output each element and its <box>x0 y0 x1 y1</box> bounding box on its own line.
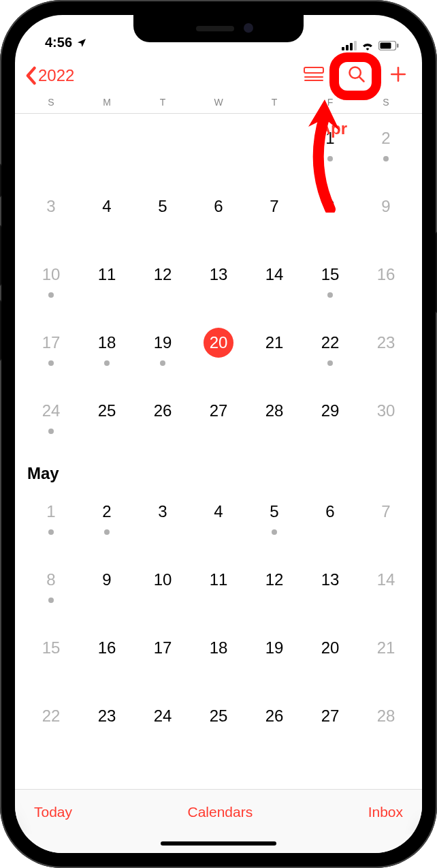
day-cell[interactable]: 24 <box>135 692 191 731</box>
event-dot-icon <box>383 156 389 161</box>
day-number: 15 <box>36 633 66 663</box>
day-cell[interactable]: 19 <box>135 318 191 366</box>
day-number: 8 <box>36 565 66 595</box>
day-cell[interactable]: 20 <box>191 318 246 358</box>
day-number: 10 <box>148 565 178 595</box>
back-button[interactable]: 2022 <box>25 66 74 85</box>
day-cell[interactable]: 26 <box>135 386 191 426</box>
day-cell[interactable]: 29 <box>302 386 358 426</box>
day-cell[interactable]: 15 <box>302 250 358 298</box>
day-number: 18 <box>92 328 122 358</box>
weekday-label: F <box>302 97 358 108</box>
svg-rect-3 <box>354 41 357 50</box>
calendars-button[interactable]: Calendars <box>187 804 253 820</box>
day-cell[interactable]: 18 <box>79 318 135 366</box>
day-cell[interactable]: 25 <box>191 692 246 731</box>
day-cell[interactable]: 26 <box>246 692 302 731</box>
day-cell[interactable]: 24 <box>23 386 79 434</box>
day-cell[interactable]: 22 <box>302 318 358 366</box>
day-cell[interactable]: 23 <box>358 318 414 358</box>
battery-icon <box>378 41 399 50</box>
day-cell[interactable]: 7 <box>246 182 302 221</box>
event-dot-icon <box>104 529 110 535</box>
day-cell[interactable]: 1 <box>23 487 79 535</box>
day-number: 21 <box>371 633 401 663</box>
calendar-body[interactable]: Apr1234567891011121314151617181920212223… <box>15 114 422 789</box>
add-event-button[interactable] <box>389 65 407 86</box>
day-cell[interactable]: 22 <box>23 692 79 731</box>
home-indicator[interactable] <box>15 834 422 853</box>
day-number: 14 <box>371 565 401 595</box>
list-view-button[interactable] <box>304 67 324 84</box>
day-cell[interactable]: 3 <box>135 487 191 527</box>
day-number: 4 <box>204 497 233 527</box>
day-cell[interactable]: 28 <box>358 692 414 731</box>
day-number: 18 <box>204 633 233 663</box>
search-button[interactable] <box>347 65 366 87</box>
inbox-button[interactable]: Inbox <box>368 804 403 820</box>
day-cell[interactable]: 5 <box>135 182 191 221</box>
day-cell[interactable]: 30 <box>358 386 414 426</box>
day-cell[interactable]: 19 <box>246 623 302 663</box>
day-cell[interactable]: 7 <box>358 487 414 527</box>
day-cell[interactable]: 11 <box>191 555 246 595</box>
day-cell[interactable]: 28 <box>246 386 302 426</box>
day-cell[interactable]: 17 <box>135 623 191 663</box>
day-cell[interactable]: 2 <box>358 114 414 161</box>
day-cell[interactable]: 6 <box>191 182 246 221</box>
day-cell[interactable]: 11 <box>79 250 135 290</box>
day-number: 28 <box>371 701 401 731</box>
day-cell[interactable]: 15 <box>23 623 79 663</box>
day-number: 17 <box>148 633 178 663</box>
day-cell[interactable]: 16 <box>79 623 135 663</box>
day-cell[interactable]: 27 <box>302 692 358 731</box>
day-cell <box>246 114 302 123</box>
day-cell[interactable]: 2 <box>79 487 135 535</box>
day-cell[interactable]: 14 <box>246 250 302 290</box>
search-icon <box>347 65 366 87</box>
weekday-label: M <box>79 97 135 108</box>
today-button[interactable]: Today <box>34 804 72 820</box>
day-cell[interactable]: 17 <box>23 318 79 366</box>
day-number: 16 <box>92 633 122 663</box>
day-cell[interactable]: 10 <box>23 250 79 298</box>
day-number: 30 <box>371 396 401 426</box>
day-number: 4 <box>92 191 122 221</box>
day-cell <box>135 114 191 123</box>
event-dot-icon <box>48 598 54 603</box>
day-cell[interactable]: 23 <box>79 692 135 731</box>
day-cell[interactable]: 4 <box>79 182 135 221</box>
day-cell[interactable]: 27 <box>191 386 246 426</box>
day-cell[interactable]: 6 <box>302 487 358 527</box>
day-cell[interactable]: 16 <box>358 250 414 290</box>
day-cell[interactable]: 21 <box>358 623 414 663</box>
day-cell[interactable]: 8 <box>302 182 358 221</box>
week-row: 1234567 <box>23 487 414 555</box>
day-cell[interactable]: 25 <box>79 386 135 426</box>
day-cell[interactable]: 12 <box>246 555 302 595</box>
cellular-signal-icon <box>342 41 357 50</box>
weekday-header: SMTWTFS <box>15 97 422 114</box>
day-cell[interactable]: 5 <box>246 487 302 535</box>
day-number: 6 <box>315 497 345 527</box>
day-cell[interactable]: 14 <box>358 555 414 595</box>
day-cell[interactable]: 18 <box>191 623 246 663</box>
event-dot-icon <box>48 529 54 535</box>
day-cell[interactable]: 21 <box>246 318 302 358</box>
day-cell[interactable]: 10 <box>135 555 191 595</box>
day-cell[interactable]: 3 <box>23 182 79 221</box>
day-cell[interactable]: 9 <box>358 182 414 221</box>
week-row: 3456789 <box>23 182 414 250</box>
day-cell[interactable]: 4 <box>191 487 246 527</box>
day-number: 7 <box>259 191 289 221</box>
day-cell[interactable]: 13 <box>302 555 358 595</box>
day-cell[interactable]: 13 <box>191 250 246 290</box>
day-cell[interactable]: 8 <box>23 555 79 603</box>
day-number: 17 <box>36 328 66 358</box>
day-number: 1 <box>36 497 66 527</box>
day-cell[interactable]: 12 <box>135 250 191 290</box>
day-cell[interactable]: 20 <box>302 623 358 663</box>
day-cell[interactable]: 9 <box>79 555 135 595</box>
day-number: 27 <box>204 396 233 426</box>
day-number: 10 <box>36 260 66 290</box>
